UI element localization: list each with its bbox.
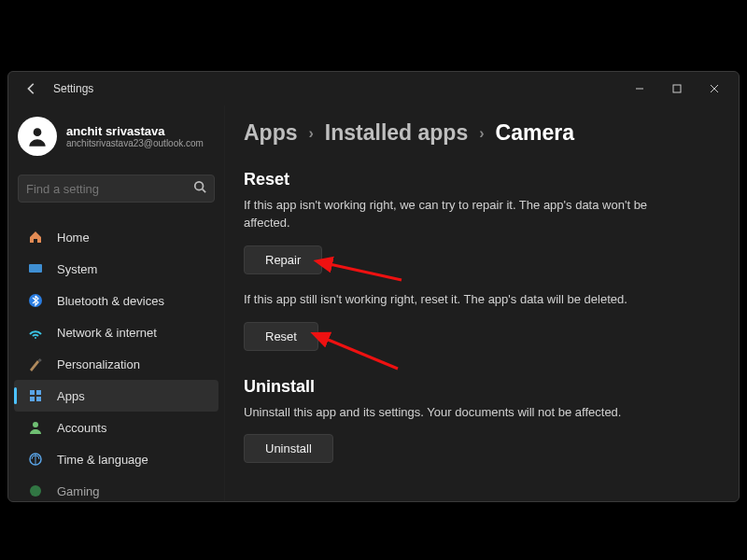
nav-apps[interactable]: Apps: [14, 380, 218, 412]
svg-point-9: [35, 337, 36, 339]
svg-rect-13: [30, 397, 35, 401]
svg-rect-14: [36, 397, 41, 401]
nav-label: Gaming: [57, 484, 100, 498]
settings-window: Settings anchit srivastava anchitsrivast…: [7, 71, 740, 502]
nav-label: Apps: [57, 389, 85, 403]
uninstall-button[interactable]: Uninstall: [244, 434, 333, 463]
svg-rect-12: [36, 390, 41, 395]
repair-button[interactable]: Repair: [244, 245, 322, 274]
accounts-icon: [27, 419, 44, 436]
reset-button[interactable]: Reset: [244, 322, 318, 351]
uninstall-help-text: Uninstall this app and its settings. You…: [244, 404, 683, 422]
apps-icon: [27, 387, 44, 404]
time-icon: [27, 451, 44, 468]
svg-rect-1: [673, 85, 681, 92]
avatar: [18, 117, 57, 156]
breadcrumb-current: Camera: [496, 120, 574, 146]
nav-system[interactable]: System: [14, 253, 218, 285]
personalization-icon: [27, 356, 44, 372]
close-button[interactable]: [696, 72, 733, 105]
svg-rect-11: [30, 390, 35, 395]
svg-line-6: [203, 189, 206, 193]
search-input[interactable]: [26, 182, 193, 196]
chevron-right-icon: ›: [479, 125, 484, 142]
nav-label: Accounts: [57, 421, 106, 435]
network-icon: [27, 324, 44, 341]
svg-rect-7: [29, 264, 42, 273]
nav-network[interactable]: Network & internet: [14, 316, 218, 348]
reset-help-text: If this app still isn't working right, r…: [244, 291, 683, 309]
reset-heading: Reset: [244, 170, 711, 189]
svg-point-4: [34, 128, 42, 136]
account-card[interactable]: anchit srivastava anchitsrivastava23@out…: [12, 115, 220, 165]
home-icon: [27, 229, 44, 245]
svg-point-15: [33, 422, 38, 427]
nav-accounts[interactable]: Accounts: [14, 412, 218, 443]
nav-label: Network & internet: [57, 326, 157, 340]
window-controls: [621, 72, 733, 105]
gaming-icon: [27, 483, 44, 499]
uninstall-heading: Uninstall: [244, 377, 711, 397]
breadcrumb-apps[interactable]: Apps: [244, 120, 298, 146]
repair-help-text: If this app isn't working right, we can …: [244, 197, 683, 232]
breadcrumb: Apps › Installed apps › Camera: [244, 120, 711, 146]
svg-point-5: [195, 182, 204, 190]
profile-name: anchit srivastava: [66, 124, 204, 139]
nav-time[interactable]: Time & language: [14, 443, 218, 475]
nav-home[interactable]: Home: [14, 221, 218, 253]
nav-label: Bluetooth & devices: [57, 294, 164, 308]
nav-personalization[interactable]: Personalization: [14, 348, 218, 380]
nav-label: Personalization: [57, 357, 140, 371]
system-icon: [27, 260, 44, 277]
profile-email: anchitsrivastava23@outlook.com: [66, 138, 204, 148]
nav-label: Home: [57, 231, 90, 245]
maximize-button[interactable]: [658, 72, 696, 105]
search-box[interactable]: [18, 175, 215, 203]
nav-bluetooth[interactable]: Bluetooth & devices: [14, 285, 218, 316]
window-title: Settings: [53, 82, 93, 95]
breadcrumb-installed[interactable]: Installed apps: [325, 120, 468, 146]
primary-nav: Home System Bluetooth & devices Network …: [12, 221, 220, 501]
content-pane: Apps › Installed apps › Camera Reset If …: [225, 105, 739, 501]
nav-gaming[interactable]: Gaming: [14, 475, 218, 501]
titlebar: Settings: [8, 72, 739, 105]
nav-label: System: [57, 262, 97, 276]
minimize-button[interactable]: [621, 72, 658, 105]
sidebar: anchit srivastava anchitsrivastava23@out…: [8, 105, 225, 501]
chevron-right-icon: ›: [309, 125, 314, 142]
bluetooth-icon: [27, 292, 44, 309]
svg-point-18: [30, 485, 41, 497]
back-button[interactable]: [23, 80, 40, 97]
nav-label: Time & language: [57, 453, 148, 467]
search-icon: [193, 180, 206, 197]
